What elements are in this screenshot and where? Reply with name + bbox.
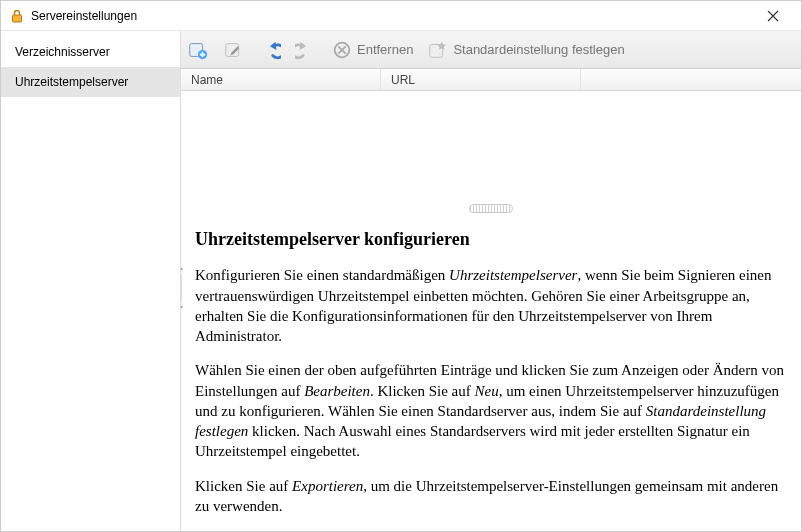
- scroll-indicator-icon[interactable]: [181, 263, 185, 313]
- lock-icon: [9, 8, 25, 24]
- window-body: Verzeichnisserver Uhrzeitstempelserver: [1, 31, 801, 531]
- add-button[interactable]: [187, 39, 209, 61]
- sidebar-item-directory-server[interactable]: Verzeichnisserver: [1, 37, 180, 67]
- svg-rect-0: [13, 15, 22, 22]
- edit-button[interactable]: [223, 39, 245, 61]
- window-title: Servereinstellungen: [31, 9, 753, 23]
- help-paragraph-3: Klicken Sie auf Exportieren, um die Uhrz…: [195, 476, 787, 517]
- pencil-icon: [223, 39, 245, 61]
- redo-button[interactable]: [295, 39, 317, 61]
- column-header-url[interactable]: URL: [381, 69, 581, 90]
- splitter-grip-icon: [469, 204, 513, 213]
- set-default-button[interactable]: Standardeinstellung festlegen: [427, 39, 624, 61]
- help-paragraph-2: Wählen Sie einen der oben aufgeführten E…: [195, 360, 787, 461]
- column-header-name[interactable]: Name: [181, 69, 381, 90]
- list-header: Name URL: [181, 69, 801, 91]
- sidebar: Verzeichnisserver Uhrzeitstempelserver: [1, 31, 181, 531]
- titlebar: Servereinstellungen: [1, 1, 801, 31]
- help-heading: Uhrzeitstempelserver konfigurieren: [195, 227, 787, 251]
- help-paragraph-1: Konfigurieren Sie einen standardmäßigen …: [195, 265, 787, 346]
- undo-arrow-icon: [259, 39, 281, 61]
- main-panel: Entfernen Standardeinstellung festlegen …: [181, 31, 801, 531]
- help-pane: Uhrzeitstempelserver konfigurieren Konfi…: [181, 215, 801, 531]
- splitter[interactable]: [181, 201, 801, 215]
- window: Servereinstellungen Verzeichnisserver Uh…: [0, 0, 802, 532]
- remove-button[interactable]: Entfernen: [331, 39, 413, 61]
- remove-label: Entfernen: [357, 42, 413, 57]
- star-icon: [427, 39, 449, 61]
- column-header-spacer: [581, 69, 801, 90]
- svg-rect-6: [181, 273, 182, 303]
- remove-icon: [331, 39, 353, 61]
- close-button[interactable]: [753, 1, 793, 30]
- undo-button[interactable]: [259, 39, 281, 61]
- server-list[interactable]: [181, 91, 801, 201]
- sidebar-item-timestamp-server[interactable]: Uhrzeitstempelserver: [1, 67, 180, 97]
- toolbar: Entfernen Standardeinstellung festlegen: [181, 31, 801, 69]
- set-default-label: Standardeinstellung festlegen: [453, 42, 624, 57]
- redo-arrow-icon: [295, 39, 317, 61]
- plus-icon: [187, 39, 209, 61]
